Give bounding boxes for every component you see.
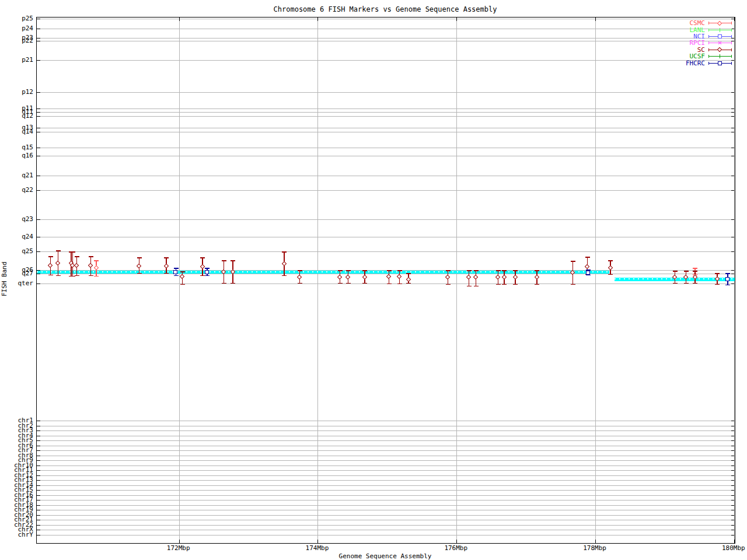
x-tick-label: 178Mbp bbox=[571, 544, 618, 552]
y-tick-left bbox=[37, 156, 40, 156]
errorbar-cap-top bbox=[397, 270, 402, 271]
y-gridline bbox=[37, 176, 735, 176]
legend-sample-cap-right bbox=[731, 48, 732, 51]
errorbar-cap-bottom bbox=[571, 284, 575, 285]
diamond-marker-icon bbox=[345, 275, 350, 279]
diamond-marker-icon bbox=[608, 265, 612, 270]
y-tick-label: p22 bbox=[0, 37, 33, 44]
errorbar-cap-bottom bbox=[474, 286, 479, 287]
legend-sample bbox=[708, 27, 732, 33]
errorbar-cap-bottom bbox=[446, 284, 451, 285]
y-tick-left bbox=[37, 237, 40, 237]
y-gridline bbox=[37, 510, 735, 510]
square-marker-icon bbox=[718, 34, 722, 38]
errorbar-cap-top bbox=[693, 271, 697, 272]
errorbar-cap-bottom bbox=[174, 275, 179, 276]
errorbar-fhcrc bbox=[725, 273, 731, 285]
y-tick-left bbox=[37, 450, 40, 451]
y-tick-left bbox=[37, 41, 40, 41]
errorbar-cap-top bbox=[571, 261, 575, 262]
square-marker-icon bbox=[586, 271, 590, 275]
errorbar-cap-bottom bbox=[693, 283, 697, 284]
y-tick-left bbox=[37, 440, 40, 441]
errorbar-sc bbox=[345, 270, 351, 284]
legend-sample bbox=[708, 20, 732, 26]
y-gridline bbox=[37, 525, 735, 526]
errorbar-cap-bottom bbox=[535, 284, 539, 285]
y-tick-label: p21 bbox=[0, 57, 33, 63]
y-tick-left bbox=[37, 495, 40, 496]
diamond-marker-icon bbox=[200, 264, 204, 269]
errorbar-sc bbox=[406, 273, 411, 284]
errorbar-cap-top bbox=[585, 257, 590, 258]
diamond-marker-icon bbox=[397, 274, 402, 279]
diamond-marker-icon bbox=[231, 270, 235, 274]
errorbar-cap-top bbox=[180, 271, 185, 272]
diamond-marker-icon bbox=[74, 263, 79, 268]
diamond-marker-icon bbox=[570, 270, 575, 275]
errorbar-cap-bottom bbox=[94, 276, 99, 277]
y-tick-left bbox=[37, 475, 40, 476]
y-tick-left bbox=[37, 530, 40, 530]
errorbar-cap-top bbox=[200, 257, 205, 258]
y-gridline bbox=[37, 41, 735, 41]
y-tick-label: p24 bbox=[0, 25, 33, 32]
y-tick-left bbox=[37, 29, 40, 29]
errorbar-cap-bottom bbox=[725, 285, 730, 286]
errorbar-cap-bottom bbox=[362, 283, 367, 284]
errorbar-sc bbox=[386, 270, 392, 284]
errorbar-sc bbox=[48, 256, 53, 275]
errorbar-cap-top bbox=[446, 270, 451, 271]
errorbar-sc bbox=[337, 270, 343, 284]
y-tick-left bbox=[37, 456, 40, 456]
x-tick-top bbox=[179, 18, 180, 21]
errorbar-cap-top bbox=[496, 270, 501, 271]
errorbar-cap-top bbox=[346, 270, 351, 271]
legend-sample bbox=[708, 61, 732, 66]
y-tick-label: p12 bbox=[0, 89, 33, 95]
errorbar-cap-bottom bbox=[338, 283, 343, 284]
errorbar-cap-top bbox=[684, 271, 689, 272]
errorbar-sc bbox=[137, 257, 142, 274]
x-tick-label: 174Mbp bbox=[294, 544, 340, 552]
x-tick-label: 172Mbp bbox=[155, 544, 202, 552]
y-gridline bbox=[37, 535, 735, 536]
errorbar-cap-bottom bbox=[387, 284, 392, 285]
errorbar-cap-top bbox=[725, 273, 730, 274]
errorbar-fhcrc bbox=[205, 268, 210, 276]
diamond-marker-icon bbox=[717, 20, 722, 25]
x-tick-bottom bbox=[456, 540, 457, 543]
plus-marker-icon bbox=[718, 28, 722, 32]
errorbar-sc bbox=[231, 260, 236, 284]
errorbar-cap-top bbox=[608, 260, 613, 261]
y-tick-left bbox=[37, 60, 40, 61]
errorbar-cap-top bbox=[387, 270, 392, 271]
y-gridline bbox=[37, 475, 735, 476]
y-gridline bbox=[37, 148, 735, 148]
errorbar-cap-bottom bbox=[397, 284, 402, 285]
errorbar-cap-top bbox=[474, 270, 479, 271]
x-tick-top bbox=[317, 18, 318, 21]
square-marker-icon bbox=[205, 270, 209, 274]
errorbar-cap-top bbox=[48, 256, 53, 257]
y-tick-label: q22 bbox=[0, 187, 33, 193]
errorbar-cap-top bbox=[222, 260, 226, 261]
y-gridline bbox=[37, 132, 735, 132]
errorbar-cap-top bbox=[137, 257, 142, 258]
legend-item-fhcrc: FHCRC bbox=[664, 60, 732, 66]
errorbar-sc bbox=[180, 271, 185, 285]
errorbar-cap-bottom bbox=[513, 284, 518, 285]
x-axis-title: Genome Sequence Assembly bbox=[36, 552, 734, 560]
y-tick-label: q24 bbox=[0, 233, 33, 240]
legend-sample-cap-right bbox=[731, 35, 732, 38]
errorbar-cap-top bbox=[75, 256, 79, 257]
diamond-marker-icon bbox=[717, 47, 722, 52]
legend-sample-cap-right bbox=[731, 41, 732, 44]
y-tick-left bbox=[37, 466, 40, 466]
errorbar-sc bbox=[221, 260, 226, 284]
errorbar-cap-top bbox=[174, 268, 179, 269]
y-tick-label: q21 bbox=[0, 172, 33, 178]
errorbar-cap-bottom bbox=[406, 283, 411, 284]
diamond-marker-icon bbox=[55, 261, 60, 265]
y-gridline bbox=[37, 421, 735, 421]
